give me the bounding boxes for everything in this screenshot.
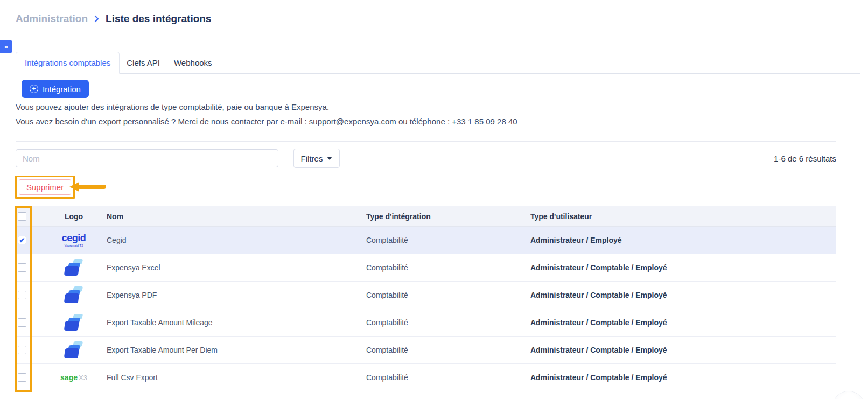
chat-widget-bubble[interactable]: [833, 391, 864, 399]
table-row[interactable]: ✔ cegid Yourcegid T2 sage X3 Expensya PD…: [16, 282, 836, 309]
header-name: Nom: [102, 212, 366, 221]
integration-name[interactable]: Expensya Excel: [102, 263, 366, 272]
integration-logo: cegid Yourcegid T2 sage X3: [46, 233, 102, 247]
integration-name[interactable]: Export Taxable Amount Mileage: [102, 318, 366, 327]
left-arrow-annotation: [69, 181, 107, 194]
user-types: Administrateur / Comptable / Employé: [530, 263, 836, 272]
integration-type: Comptabilité: [366, 318, 530, 327]
double-chevron-left-icon: «: [4, 43, 8, 51]
table-body: ✔ cegid Yourcegid T2 sage X3 Cegid Compt…: [16, 227, 836, 391]
breadcrumb: Administration Liste des intégrations: [16, 13, 211, 25]
integration-logo: cegid Yourcegid T2 sage X3: [46, 286, 102, 304]
expensya-logo-icon: [64, 259, 83, 276]
integration-type: Comptabilité: [366, 346, 530, 354]
header-logo: Logo: [46, 212, 102, 221]
intro-text-line2: Vous avez besoin d'un export personnalis…: [16, 117, 517, 126]
row-checkbox[interactable]: ✔: [18, 236, 26, 244]
tab-webhooks[interactable]: Webhooks: [167, 52, 219, 73]
table-row[interactable]: ✔ cegid Yourcegid T2 sage X3 Export Taxa…: [16, 309, 836, 337]
table-row[interactable]: ✔ cegid Yourcegid T2 sage X3 Expensya Ex…: [16, 254, 836, 282]
search-input[interactable]: [16, 149, 278, 167]
row-checkbox[interactable]: ✔: [18, 346, 26, 354]
filters-label: Filtres: [301, 154, 323, 163]
user-types: Administrateur / Employé: [530, 236, 836, 244]
sage-x3-logo: sage X3: [60, 373, 87, 382]
integrations-table: ✔ Logo Nom Type d'intégration Type d'uti…: [16, 206, 836, 391]
expensya-logo-icon: [64, 286, 83, 304]
delete-button[interactable]: Supprimer: [19, 179, 71, 195]
tab-integrations-comptables[interactable]: Intégrations comptables: [16, 52, 120, 74]
filters-button[interactable]: Filtres: [293, 149, 340, 168]
intro-text-line1: Vous pouvez ajouter des intégrations de …: [16, 102, 329, 111]
expensya-logo-icon: [64, 341, 83, 359]
chevron-right-icon: [94, 15, 99, 23]
integration-type: Comptabilité: [366, 263, 530, 272]
caret-down-icon: [327, 157, 332, 160]
results-count: 1-6 de 6 résultats: [774, 154, 836, 163]
integration-logo: cegid Yourcegid T2 sage X3: [46, 373, 102, 382]
integration-logo: cegid Yourcegid T2 sage X3: [46, 341, 102, 359]
select-all-checkbox[interactable]: ✔: [18, 212, 26, 221]
row-checkbox[interactable]: ✔: [18, 373, 26, 382]
header-integration-type: Type d'intégration: [366, 212, 530, 221]
table-row[interactable]: ✔ cegid Yourcegid T2 sage X3 Full Csv Ex…: [16, 364, 836, 391]
user-types: Administrateur / Comptable / Employé: [530, 291, 836, 299]
tab-clefs-api[interactable]: Clefs API: [120, 52, 167, 73]
row-checkbox[interactable]: ✔: [18, 291, 26, 299]
user-types: Administrateur / Comptable / Employé: [530, 373, 836, 382]
section-divider: [16, 141, 836, 142]
header-user-type: Type d'utilisateur: [530, 212, 836, 221]
integration-logo: cegid Yourcegid T2 sage X3: [46, 259, 102, 276]
user-types: Administrateur / Comptable / Employé: [530, 346, 836, 354]
plus-circle-icon: +: [30, 85, 38, 93]
table-header-row: ✔ Logo Nom Type d'intégration Type d'uti…: [16, 206, 836, 227]
integration-logo: cegid Yourcegid T2 sage X3: [46, 314, 102, 331]
table-row[interactable]: ✔ cegid Yourcegid T2 sage X3 Export Taxa…: [16, 337, 836, 364]
table-row[interactable]: ✔ cegid Yourcegid T2 sage X3 Cegid Compt…: [16, 227, 836, 254]
add-integration-button[interactable]: + Intégration: [22, 80, 89, 98]
integration-name[interactable]: Export Taxable Amount Per Diem: [102, 346, 366, 354]
page-title: Liste des intégrations: [106, 13, 211, 25]
expensya-logo-icon: [64, 314, 83, 331]
integration-name[interactable]: Expensya PDF: [102, 291, 366, 299]
sidebar-collapse-button[interactable]: «: [0, 40, 12, 53]
delete-button-highlight-annotation: Supprimer: [15, 176, 75, 199]
tab-bar: Intégrations comptables Clefs API Webhoo…: [16, 52, 860, 74]
add-integration-label: Intégration: [43, 85, 81, 94]
breadcrumb-parent[interactable]: Administration: [16, 13, 88, 25]
cegid-logo: cegid Yourcegid T2: [62, 233, 86, 247]
integrations-admin-page: Administration Liste des intégrations « …: [0, 0, 868, 399]
checkmark-icon: ✔: [19, 237, 25, 244]
integration-type: Comptabilité: [366, 291, 530, 299]
integration-name[interactable]: Full Csv Export: [102, 373, 366, 382]
row-checkbox[interactable]: ✔: [18, 263, 26, 272]
integration-type: Comptabilité: [366, 373, 530, 382]
row-checkbox[interactable]: ✔: [18, 318, 26, 327]
integration-type: Comptabilité: [366, 236, 530, 244]
user-types: Administrateur / Comptable / Employé: [530, 318, 836, 327]
integration-name[interactable]: Cegid: [102, 236, 366, 244]
